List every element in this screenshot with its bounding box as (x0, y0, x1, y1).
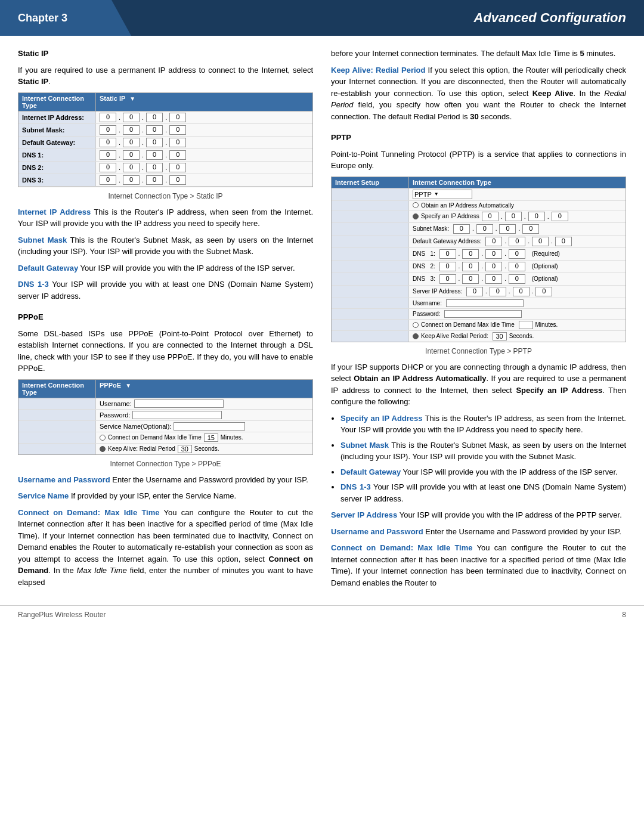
subnet-mask-para: Subnet Mask This is the Router's Subnet … (18, 234, 313, 258)
pptp-heading: PPTP (331, 132, 626, 144)
pppoe-service-input[interactable] (174, 422, 245, 431)
pppoe-heading: PPPoE (18, 311, 313, 323)
pptp-table-header: Internet Setup Internet Connection Type (332, 177, 626, 188)
server-ip-para: Server IP Address Your ISP will provide … (331, 509, 626, 521)
service-name-para: Service Name If provided by your ISP, en… (18, 490, 313, 502)
connect-demand-radio[interactable] (100, 435, 106, 441)
pptp-dns3-row: DNS 3: 0.0.0.0 (Optional) (332, 273, 626, 286)
pppoe-row-connect: Connect on Demand Max Idle Time 15 Minut… (18, 432, 312, 444)
pptp-caption: Internet Connection Type > PPTP (331, 347, 626, 355)
chapter-label: Chapter 3 (0, 0, 131, 36)
before-para: before your Internet connection terminat… (331, 48, 626, 60)
default-gw-label: Default Gateway (18, 264, 78, 272)
pptp-screenshot: Internet Setup Internet Connection Type … (331, 176, 626, 342)
service-name-label: Service Name (18, 491, 69, 500)
static-ip-caption: Internet Connection Type > Static IP (18, 192, 313, 200)
pptp-username-row: Username: (332, 298, 626, 309)
pptp-select-arrow: ▼ (434, 191, 439, 197)
connect-demand2-label: Connect on Demand: Max Idle Time (331, 543, 473, 552)
username-pwd2-para: Username and Password Enter the Username… (331, 526, 626, 538)
idle-time-input[interactable]: 15 (204, 433, 218, 442)
pptp-keepalive-radio[interactable] (413, 333, 419, 339)
list-item: Default Gateway Your ISP will provide yo… (340, 466, 626, 478)
pptp-username-input[interactable] (446, 299, 524, 307)
connect-demand-label: Connect on Demand: Max Idle Time (18, 508, 160, 517)
username-pwd-label: Username and Password (18, 475, 110, 484)
pptp-dns1-row: DNS 1: 0.0.0.0 (Required) (332, 248, 626, 261)
table-row: Subnet Mask: 0. 0. 0. 0 (18, 124, 312, 137)
pptp-subnet-row: Subnet Mask: 0.0.0.0 (332, 223, 626, 236)
pptp-idle-input[interactable] (519, 321, 533, 329)
table-row: DNS 1: 0. 0. 0. 0 (18, 149, 312, 162)
pptp-connect-row: Connect on Demand Max Idle Time Minutes. (332, 320, 626, 331)
pptp-after-para: If your ISP supports DHCP or you are con… (331, 361, 626, 408)
pptp-para: Point-to-Point Tunneling Protocol (PPTP)… (331, 148, 626, 172)
bullet-gw-label: Default Gateway (340, 467, 401, 476)
pptp-defgw-row: Default Gateway Address: 0.0.0.0 (332, 236, 626, 248)
dns-label: DNS 1-3 (18, 280, 49, 289)
pppoe-table-header: Internet Connection Type PPPoE ▼ (18, 380, 312, 398)
keepalive-radio[interactable] (100, 446, 106, 452)
list-item: DNS 1-3 Your ISP will provide you with a… (340, 481, 626, 504)
pppoe-header-col2: PPPoE ▼ (96, 380, 312, 398)
table-header-col2: Static IP ▼ (96, 93, 312, 111)
pptp-connect-radio[interactable] (413, 322, 419, 328)
pptp-redial-input[interactable]: 30 (493, 332, 507, 340)
pppoe-username-input[interactable] (134, 400, 224, 408)
username-pwd-para: Username and Password Enter the Username… (18, 474, 313, 486)
pppoe-screenshot: Internet Connection Type PPPoE ▼ Usernam… (18, 379, 313, 455)
right-column: before your Internet connection terminat… (331, 48, 626, 593)
dns-para: DNS 1-3 Your ISP will provide you with a… (18, 278, 313, 302)
internet-ip-label: Internet IP Address (18, 208, 91, 216)
content-area: Static IP If you are required to use a p… (0, 36, 644, 605)
static-ip-heading: Static IP (18, 48, 313, 60)
table-row: Internet IP Address: 0. 0. 0. 0 (18, 112, 312, 124)
pppoe-select-arrow: ▼ (125, 382, 131, 389)
username-pwd2-label: Username and Password (331, 527, 423, 536)
select-arrow-icon: ▼ (129, 95, 135, 102)
page-header: Chapter 3 Advanced Configuration (0, 0, 644, 36)
pptp-specify-row: Specify an IP Address 0. 0. 0. 0 (332, 210, 626, 223)
connect-demand-para: Connect on Demand: Max Idle Time You can… (18, 507, 313, 589)
static-ip-para: If you are required to use a permanent I… (18, 64, 313, 88)
pppoe-password-input[interactable] (132, 411, 222, 419)
footer-left: RangePlus Wireless Router (18, 611, 106, 619)
static-ip-screenshot: Internet Connection Type Static IP ▼ Int… (18, 92, 313, 187)
keep-alive-label: Keep Alive: Redial Period (331, 66, 425, 75)
subnet-mask-label: Subnet Mask (18, 236, 67, 244)
pptp-obtain-radio[interactable] (413, 202, 419, 208)
pppoe-row-password: Password: (18, 410, 312, 421)
pptp-dns2-row: DNS 2: 0.0.0.0 (Optional) (332, 261, 626, 273)
internet-ip-para: Internet IP Address This is the Router's… (18, 206, 313, 230)
footer-right: 8 (622, 611, 626, 619)
list-item: Specify an IP Address This is the Router… (340, 413, 626, 436)
bullet-subnet-label: Subnet Mask (340, 441, 389, 450)
page-title: Advanced Configuration (131, 0, 644, 36)
static-ip-table-header: Internet Connection Type Static IP ▼ (18, 93, 312, 112)
server-ip-label: Server IP Address (331, 510, 397, 519)
pppoe-caption: Internet Connection Type > PPPoE (18, 460, 313, 468)
bullet-dns-label: DNS 1-3 (340, 482, 371, 491)
pptp-keepalive-row: Keep Alive Redial Period: 30 Seconds. (332, 331, 626, 342)
pppoe-para: Some DSL-based ISPs use PPPoE (Point-to-… (18, 328, 313, 374)
pptp-conn-type-row: PPTP ▼ (332, 188, 626, 201)
pptp-select[interactable]: PPTP ▼ (413, 190, 472, 199)
pppoe-header-col1: Internet Connection Type (18, 380, 96, 398)
pptp-bullet-list: Specify an IP Address This is the Router… (331, 413, 626, 505)
pptp-serverip-row: Server IP Address: 0.0.0.0 (332, 286, 626, 298)
table-row: DNS 3: 0. 0. 0. 0 (18, 174, 312, 187)
connect-demand2-para: Connect on Demand: Max Idle Time You can… (331, 542, 626, 589)
default-gw-para: Default Gateway Your ISP will provide yo… (18, 262, 313, 274)
pppoe-row-username: Username: (18, 398, 312, 410)
table-row: DNS 2: 0. 0. 0. 0 (18, 162, 312, 174)
list-item: Subnet Mask This is the Router's Subnet … (340, 439, 626, 463)
pptp-obtain-row: Obtain an IP Address Automatically (332, 201, 626, 210)
left-column: Static IP If you are required to use a p… (18, 48, 313, 593)
redial-period-input[interactable]: 30 (178, 445, 192, 453)
table-header-col1: Internet Connection Type (18, 93, 96, 111)
keep-alive-para: Keep Alive: Redial Period If you select … (331, 64, 626, 123)
pptp-password-input[interactable] (444, 310, 522, 318)
pptp-specify-radio[interactable] (413, 213, 419, 219)
pppoe-row-keepalive: Keep Alive: Redial Period 30 Seconds. (18, 444, 312, 454)
pptp-header-col1: Internet Setup (332, 177, 409, 188)
